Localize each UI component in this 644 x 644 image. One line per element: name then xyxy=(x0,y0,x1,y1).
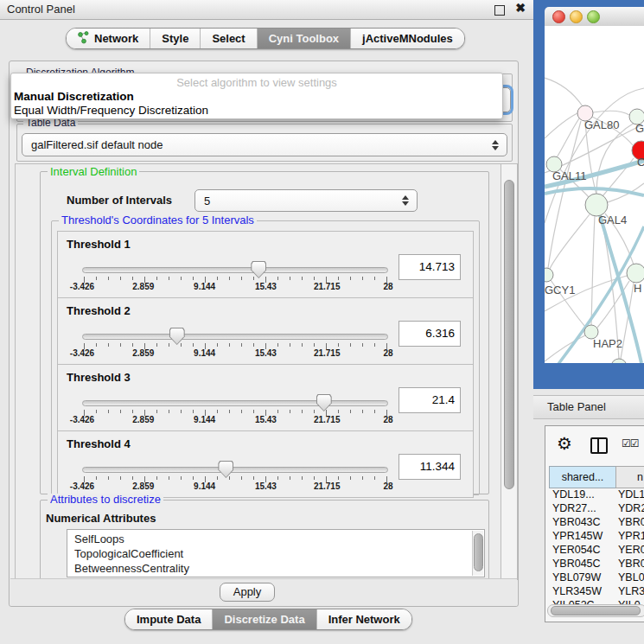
split-columns-icon[interactable] xyxy=(590,437,608,454)
attribute-list-item[interactable]: SelfLoops xyxy=(67,532,484,546)
tab-jactivemnodules[interactable]: jActiveMNodules xyxy=(350,29,464,48)
network-node-gcy1[interactable] xyxy=(545,268,553,282)
number-of-intervals-combobox[interactable]: 5 xyxy=(194,189,418,212)
table-row[interactable]: YBR043CYBR0 xyxy=(549,515,644,529)
scrollbar-thumb[interactable] xyxy=(551,606,641,615)
tab-discretize-data-label: Discretize Data xyxy=(224,613,304,626)
table-panel-titlebar: Table Panel xyxy=(533,395,644,419)
network-node-bot[interactable] xyxy=(611,359,627,363)
table-horizontal-scrollbar[interactable] xyxy=(547,604,644,617)
threshold-row: Threshold 4-3.4262.8599.14415.4321.71528… xyxy=(57,430,474,498)
tick-mark xyxy=(229,277,230,280)
settings-scrollbar[interactable] xyxy=(501,163,518,580)
threshold-slider[interactable] xyxy=(82,334,388,339)
network-node-label: C xyxy=(637,156,644,169)
tick-mark xyxy=(362,410,363,413)
table-cell-name[interactable]: YLR3 xyxy=(618,584,644,598)
tick-mark xyxy=(169,476,169,480)
float-window-icon[interactable] xyxy=(494,5,505,16)
tick-mark xyxy=(374,277,375,280)
tab-style[interactable]: Style xyxy=(150,29,200,48)
table-cell-name[interactable]: YBR0 xyxy=(618,515,644,529)
tick-mark xyxy=(241,277,242,280)
scrollbar-thumb[interactable] xyxy=(474,533,483,571)
table-row[interactable]: YDR27...YDR2 xyxy=(549,501,644,515)
table-cell-shared-name[interactable]: YDL19... xyxy=(552,488,595,501)
threshold-value-field[interactable]: 11.344 xyxy=(399,454,461,480)
attributes-group: Attributes to discretize Numerical Attri… xyxy=(40,500,489,580)
scale-label: 2.859 xyxy=(132,415,154,424)
close-icon[interactable]: ✖ xyxy=(515,1,526,15)
table-row[interactable]: YBR045CYBR0 xyxy=(549,557,644,571)
slider-thumb[interactable] xyxy=(316,394,332,411)
table-row[interactable]: YPR145WYPR1 xyxy=(549,529,644,543)
slider-thumb[interactable] xyxy=(169,328,185,345)
apply-button[interactable]: Apply xyxy=(220,583,275,602)
scale-label: 21.715 xyxy=(314,282,341,291)
slider-scale: -3.4262.8599.14415.4321.71528 xyxy=(82,348,388,359)
table-cell-shared-name[interactable]: YBL079W xyxy=(552,571,601,584)
network-edge xyxy=(591,216,595,325)
column-header-shared-name[interactable]: shared... xyxy=(549,466,616,488)
table-row[interactable]: YER054CYER0 xyxy=(549,543,644,557)
table-cell-name[interactable]: YDR2 xyxy=(618,501,644,515)
attributes-list-scrollbar[interactable] xyxy=(472,531,483,576)
column-header-name[interactable]: n xyxy=(615,466,644,488)
table-cell-name[interactable]: YER0 xyxy=(618,543,644,557)
tick-mark xyxy=(362,476,363,480)
checkboxes-icon[interactable]: ☑☑ xyxy=(622,437,639,450)
slider-track xyxy=(82,267,388,273)
tick-mark xyxy=(108,410,109,413)
table-cell-name[interactable]: YBR0 xyxy=(618,557,644,571)
table-row[interactable]: YBL079WYBL0 xyxy=(549,571,644,584)
gear-icon[interactable]: ⚙ xyxy=(557,433,572,454)
zoom-traffic-light-icon[interactable] xyxy=(587,10,600,23)
table-cell-name[interactable]: YDL1 xyxy=(618,488,644,501)
threshold-value-field[interactable]: 14.713 xyxy=(399,254,461,280)
tab-network[interactable]: Network xyxy=(67,29,150,48)
tab-impute-data-label: Impute Data xyxy=(137,613,201,626)
table-cell-shared-name[interactable]: YDR27... xyxy=(552,501,596,515)
table-cell-shared-name[interactable]: YPR145W xyxy=(552,529,603,543)
slider-thumb[interactable] xyxy=(218,461,233,478)
table-rows: YDL19...YDL1YDR27...YDR2YBR043CYBR0YPR14… xyxy=(549,488,644,612)
network-canvas[interactable]: GAL80GACGAL11GAL4GCY1HHAP2 xyxy=(545,26,644,363)
table-cell-shared-name[interactable]: YBR043C xyxy=(552,515,601,529)
network-edge xyxy=(545,78,583,106)
tab-impute-data[interactable]: Impute Data xyxy=(125,609,212,629)
table-cell-shared-name[interactable]: YLR345W xyxy=(552,584,602,598)
threshold-slider[interactable] xyxy=(82,467,388,472)
table-cell-shared-name[interactable]: YER054C xyxy=(552,543,601,557)
tab-discretize-data[interactable]: Discretize Data xyxy=(212,609,316,629)
table-row[interactable]: YLR345WYLR3 xyxy=(549,584,644,598)
algorithm-option-manual[interactable]: Manual Discretization xyxy=(14,90,134,103)
attribute-list-item[interactable]: BetweennessCentrality xyxy=(67,561,484,576)
number-of-intervals-value: 5 xyxy=(204,190,210,211)
scale-label: -3.426 xyxy=(70,348,94,358)
threshold-row: Threshold 2-3.4262.8599.14415.4321.71528… xyxy=(57,297,474,365)
threshold-value-field[interactable]: 21.4 xyxy=(399,387,461,413)
threshold-slider[interactable] xyxy=(82,267,388,272)
table-data-combobox[interactable]: galFiltered.sif default node xyxy=(22,133,507,156)
tick-mark xyxy=(169,410,169,413)
table-cell-name[interactable]: YBL0 xyxy=(618,571,644,584)
table-row[interactable]: YDL19...YDL1 xyxy=(549,488,644,501)
table-cell-name[interactable]: YPR1 xyxy=(618,529,644,543)
table-cell-shared-name[interactable]: YBR045C xyxy=(552,557,601,571)
scale-label: 28 xyxy=(383,415,392,424)
tick-mark xyxy=(253,343,254,347)
numerical-attributes-label: Numerical Attributes xyxy=(46,512,156,525)
threshold-slider[interactable] xyxy=(82,400,388,405)
tick-mark xyxy=(253,277,254,280)
tab-select[interactable]: Select xyxy=(200,29,256,48)
threshold-value-field[interactable]: 6.316 xyxy=(399,321,461,347)
scrollbar-thumb[interactable] xyxy=(504,180,514,489)
minimize-traffic-light-icon[interactable] xyxy=(570,10,583,23)
slider-thumb[interactable] xyxy=(251,261,266,278)
algorithm-option-equal-width[interactable]: Equal Width/Frequency Discretization xyxy=(14,104,208,117)
tab-infer-network[interactable]: Infer Network xyxy=(316,609,411,629)
attribute-list-item[interactable]: TopologicalCoefficient xyxy=(67,546,484,561)
close-traffic-light-icon[interactable] xyxy=(552,10,565,23)
tab-cyni-toolbox[interactable]: Cyni Toolbox xyxy=(257,29,350,48)
network-node-h[interactable] xyxy=(627,264,644,283)
